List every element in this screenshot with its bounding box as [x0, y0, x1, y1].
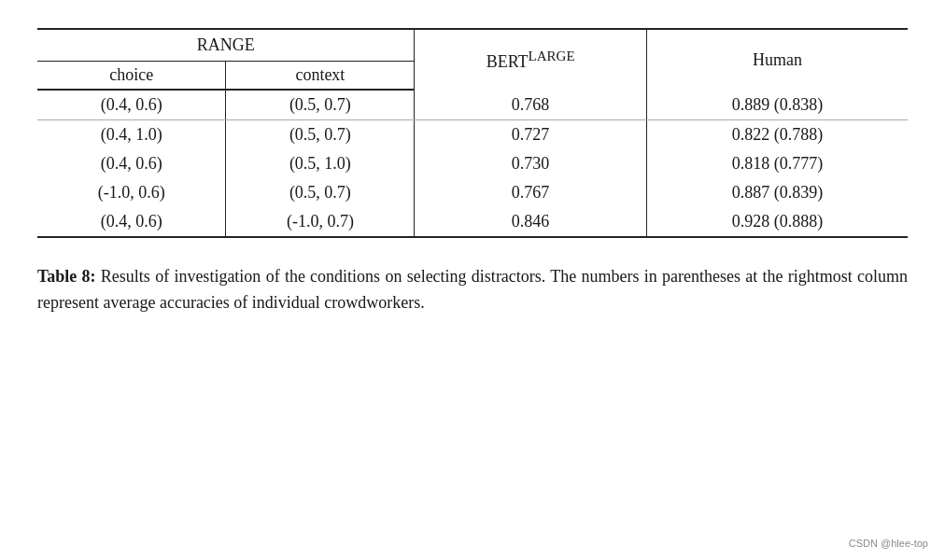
- data-table: RANGE BERTLARGE Human choice context (0.…: [37, 28, 908, 238]
- table-row: (0.4, 0.6)(-1.0, 0.7)0.8460.928 (0.888): [37, 207, 908, 237]
- col-choice-header: choice: [37, 62, 226, 91]
- cell-choice: (0.4, 0.6): [37, 90, 226, 120]
- cell-context: (0.5, 1.0): [226, 149, 415, 178]
- cell-human: 0.928 (0.888): [646, 207, 908, 237]
- watermark: CSDN @hlee-top: [849, 538, 928, 549]
- table-row: (0.4, 0.6)(0.5, 1.0)0.7300.818 (0.777): [37, 149, 908, 178]
- cell-human: 0.889 (0.838): [646, 90, 908, 120]
- caption-area: Table 8: Results of investigation of the…: [37, 264, 908, 316]
- table-row: (0.4, 0.6)(0.5, 0.7)0.7680.889 (0.838): [37, 90, 908, 120]
- cell-choice: (0.4, 0.6): [37, 207, 226, 237]
- cell-context: (0.5, 0.7): [226, 120, 415, 150]
- table-body: (0.4, 0.6)(0.5, 0.7)0.7680.889 (0.838)(0…: [37, 90, 908, 237]
- table-row: (0.4, 1.0)(0.5, 0.7)0.7270.822 (0.788): [37, 120, 908, 150]
- table-container: RANGE BERTLARGE Human choice context (0.…: [37, 28, 908, 238]
- caption-text: Results of investigation of the conditio…: [37, 267, 908, 312]
- cell-context: (-1.0, 0.7): [226, 207, 415, 237]
- cell-human: 0.818 (0.777): [646, 149, 908, 178]
- cell-bert: 0.730: [415, 149, 647, 178]
- cell-bert: 0.767: [415, 178, 647, 207]
- header-range-row: RANGE BERTLARGE Human: [37, 29, 908, 62]
- cell-context: (0.5, 0.7): [226, 90, 415, 120]
- cell-bert: 0.727: [415, 120, 647, 150]
- bert-sub-label: LARGE: [529, 49, 575, 63]
- cell-bert: 0.846: [415, 207, 647, 237]
- col-context-header: context: [226, 62, 415, 91]
- cell-context: (0.5, 0.7): [226, 178, 415, 207]
- range-header: RANGE: [37, 29, 415, 62]
- cell-human: 0.887 (0.839): [646, 178, 908, 207]
- bert-label: BERT: [487, 52, 529, 71]
- bert-header: BERTLARGE: [415, 29, 647, 90]
- human-header: Human: [646, 29, 908, 90]
- cell-bert: 0.768: [415, 90, 647, 120]
- cell-choice: (0.4, 0.6): [37, 149, 226, 178]
- cell-choice: (-1.0, 0.6): [37, 178, 226, 207]
- cell-human: 0.822 (0.788): [646, 120, 908, 150]
- table-row: (-1.0, 0.6)(0.5, 0.7)0.7670.887 (0.839): [37, 178, 908, 207]
- cell-choice: (0.4, 1.0): [37, 120, 226, 150]
- caption-label: Table 8:: [37, 267, 96, 286]
